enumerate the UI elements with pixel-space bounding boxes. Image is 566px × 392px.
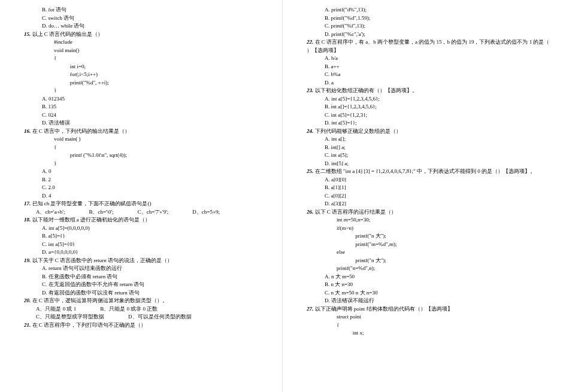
q15-num: 15. [24,31,31,37]
q17-opt-a: A、ch='a+b'; [36,208,65,217]
q26-code-1: if(m>n) [301,224,553,233]
q16: 16. 在 C 语言中，下列代码的输出结果是（） [18,127,270,136]
q22-opt-a: A. b/a [301,54,553,63]
q22-num: 22. [307,39,313,45]
q15-code-5: printf("%d", ++i); [18,79,270,87]
q25-opt-c: C. a[0][2] [301,192,553,200]
q22-opt-c: C. b%a [301,71,553,79]
q27-code-0: struct point [301,313,553,321]
q26-opt-a: A. n 大 m=50 [301,273,553,281]
q23: 23. 以下初始化数组正确的有（）【选两项】。 [301,87,553,95]
q19-opt-a: A. return 语句可以结束函数的运行 [18,265,270,273]
q17-opt-c: C、ch='7'+'9'; [138,208,169,217]
pre-opt-c: C. switch 语句 [18,14,270,23]
q20-row1: A、只能是 0 或 1 B、只能是 0 或非 0 正数 [18,305,270,314]
q22: 22. 在 C 语言程序中，有 a、b 两个整型变量，a 的值为 15，b 的值… [301,38,553,54]
q26-opt-c: C. n 大 m=50 n 大 n=30 [301,289,553,297]
q16-title: 在 C 语言中，下列代码的输出结果是（） [32,128,131,134]
q25-opt-b: B. a[1][1] [301,184,553,192]
q15-code-3: int i=0; [18,63,270,71]
q26-title: 以下 C 语言程序的运行结果是（） [315,209,397,215]
q24-opt-a: A. int a[]; [301,135,553,144]
q15-opt-d: D. 语法错误 [18,119,270,127]
q18-opt-b: B. a[5]={} [18,232,270,241]
q15-code-6: } [18,87,270,95]
q19: 19. 以下关于 C 语言函数中的 return 语句的说法，正确的是（） [18,257,270,265]
r-pre-b: B. printf("%d",1.59); [301,14,553,23]
q15-title: 以上 C 语言代码的输出是（） [32,31,104,37]
q27-code-2: int x; [301,329,553,338]
q22-opt-d: D. a [301,79,553,87]
q26-opt-d: D. 语法错误不能运行 [301,297,553,305]
q15: 15. 以上 C 语言代码的输出是（） [18,31,270,39]
q15-opt-c: C. 024 [18,111,270,120]
q26-num: 26. [307,209,313,215]
q18-opt-d: D. a={0,0,0,0,0} [18,248,270,257]
q26-code-4: else [301,248,553,257]
q24: 24. 下列代码能够正确定义数组的是（） [301,127,553,136]
q16-num: 16. [24,128,31,134]
q26-code-5: printf("n 大"); [301,257,553,265]
q22-opt-b: B. a++ [301,63,553,71]
pre-opt-d: D. do… while 语句 [18,22,270,31]
q19-num: 19. [24,257,31,263]
q20-opt-a: A、只能是 0 或 1 [36,305,76,314]
q20-num: 20. [24,297,31,303]
r-pre-c: C. printf("%f",13); [301,22,553,31]
q21-title: 在 C 语言程序中，下列打印语句不正确的是（） [32,322,147,328]
q23-title: 以下初始化数组正确的有（）【选两项】。 [315,87,417,93]
q17-opt-b: B、ch='\0'; [89,208,113,217]
q15-code-1: void main() [18,47,270,55]
q16-opt-a: A. 0 [18,168,270,176]
q20-opt-d: D、可以是任何类型的数据 [128,313,192,321]
q25: 25. 在二维数组 "int a [4] [3] = {1,2,0,4,0,6,… [301,168,553,176]
q24-opt-c: C. int a[5]; [301,151,553,160]
page: B. for 语句 C. switch 语句 D. do… while 语句 1… [0,0,566,392]
q15-code-2: { [18,54,270,63]
q23-opt-d: D. int a[5]={}; [301,119,553,127]
q17-title: 已知 ch 是字符型变量，下面不正确的赋值语句是() [32,200,152,206]
q16-code-2: printf ("%1.0f\n", sqrt(4)); [18,151,270,160]
q26-code-6: printf("n=%d",n); [301,265,553,273]
q15-code-4: for(;i<5;i++) [18,71,270,79]
r-pre-d: D. printf("%c",'a'); [301,31,553,39]
q21: 21. 在 C 语言程序中，下列打印语句不正确的是（） [18,321,270,330]
q24-opt-b: B. int[] a; [301,144,553,152]
q20-opt-c: C、只能是整型或字符型数据 [36,313,104,321]
q18-opt-a: A. int a[5]=(0,0,0,0,0) [18,224,270,233]
q25-opt-a: A. a[0][0] [301,176,553,184]
q26: 26. 以下 C 语言程序的运行结果是（） [301,208,553,217]
q16-opt-c: C. 2.0 [18,184,270,192]
pre-opt-b: B. for 语句 [18,6,270,14]
q27-title: 以下正确声明将 point 结构体数组的代码有（）【选两项】 [315,306,453,312]
q26-code-0: int m=50,n=30; [301,216,553,224]
q25-num: 25. [307,168,313,174]
q18-opt-c: C. int a[5]={0} [18,241,270,249]
q26-opt-b: B. n 大 n=30 [301,281,553,289]
q15-opt-a: A. 012345 [18,95,270,104]
q26-code-3: printf("m=%d",m); [301,241,553,249]
q17: 17. 已知 ch 是字符型变量，下面不正确的赋值语句是() [18,200,270,208]
q22-title: 在 C 语言程序中，有 a、b 两个整型变量，a 的值为 15，b 的值为 19… [307,39,550,53]
q16-code-1: { [18,144,270,152]
q25-opt-d: D. a[3][2] [301,200,553,208]
q18: 18. 以下能对一维数组 a 进行正确初始化的语句是（） [18,216,270,224]
q18-title: 以下能对一维数组 a 进行正确初始化的语句是（） [32,217,151,223]
r-pre-a: A. printf("d%",13); [301,6,553,14]
q24-title: 下列代码能够正确定义数组的是（） [315,128,401,134]
q16-code-0: void main( ) [18,135,270,144]
q18-num: 18. [24,217,31,223]
q20-row2: C、只能是整型或字符型数据 D、可以是任何类型的数据 [18,313,270,321]
q20: 20. 在 C 语言中，逻辑运算符两侧运算对象的数据类型（）。 [18,297,270,305]
left-column: B. for 语句 C. switch 语句 D. do… while 语句 1… [0,0,283,392]
q15-code-0: #include [18,38,270,47]
right-column: A. printf("d%",13); B. printf("%d",1.59)… [283,0,565,392]
q24-num: 24. [307,128,313,134]
q15-opt-b: B. 135 [18,103,270,111]
q20-opt-b: B、只能是 0 或非 0 正数 [100,305,158,314]
q27: 27. 以下正确声明将 point 结构体数组的代码有（）【选两项】 [301,305,553,314]
q16-opt-b: B. 2 [18,176,270,184]
q19-opt-d: D. 有返回值的函数中可以没有 return 语句 [18,289,270,297]
q23-num: 23. [307,87,313,93]
q17-opt-d: D、ch=5+9; [192,208,220,217]
